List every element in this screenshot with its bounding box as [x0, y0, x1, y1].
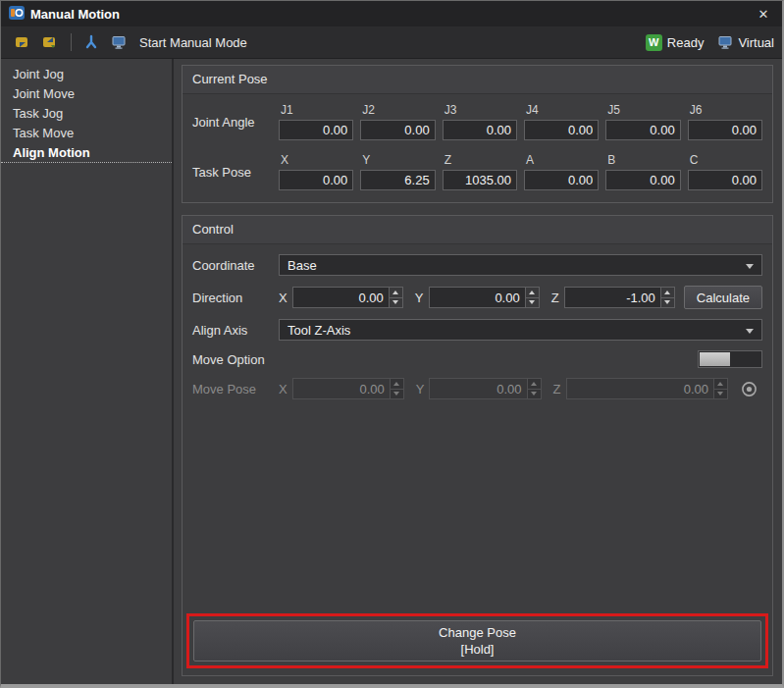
spin-down-icon[interactable] [526, 298, 539, 308]
spin-up-icon [391, 379, 403, 390]
sidebar-item-joint-move[interactable]: Joint Move [1, 84, 172, 104]
task-x-input[interactable] [279, 170, 353, 190]
change-pose-line1: Change Pose [439, 624, 516, 641]
task-pose-field-y: Y [360, 153, 435, 190]
joint-angle-row: Joint Angle J1 J2 J3 [183, 94, 772, 144]
spin-up-icon[interactable] [661, 288, 674, 298]
c-header: C [690, 153, 762, 167]
direction-z-label: Z [551, 291, 559, 305]
sidebar-item-task-jog[interactable]: Task Jog [1, 104, 172, 124]
task-pose-fields: X Y Z A [279, 153, 762, 190]
change-pose-button[interactable]: Change Pose [Hold] [193, 620, 761, 662]
joint-angle-label: Joint Angle [192, 103, 279, 140]
spin-up-icon[interactable] [526, 288, 539, 298]
move-pose-y-spinner [429, 378, 541, 399]
j1-header: J1 [281, 103, 353, 117]
direction-y-input[interactable] [429, 287, 540, 308]
j5-header: J5 [607, 103, 680, 117]
j6-input[interactable] [688, 120, 762, 140]
app-icon [9, 5, 25, 24]
red-annotation-box: Change Pose [Hold] [186, 613, 768, 668]
y-header: Y [362, 153, 435, 167]
j5-input[interactable] [605, 120, 680, 140]
direction-z-spin-buttons [660, 288, 674, 307]
joint-angle-field-j1: J1 [279, 103, 353, 140]
move-pose-x-spin-buttons [390, 379, 403, 398]
coordinate-select[interactable]: Base [279, 254, 762, 276]
spin-down-icon [714, 390, 727, 399]
task-z-input[interactable] [443, 170, 517, 190]
move-option-toggle[interactable] [698, 350, 762, 368]
x-header: X [281, 153, 353, 167]
sidebar-item-joint-jog[interactable]: Joint Jog [1, 65, 172, 84]
robot-tool-icon[interactable] [78, 30, 104, 54]
ready-status-badge: W Ready [646, 34, 705, 51]
j3-input[interactable] [443, 120, 517, 140]
manual-motion-window: Manual Motion ✕ [0, 0, 784, 688]
task-pose-field-c: C [688, 153, 762, 190]
direction-z-spinner [564, 287, 675, 308]
task-pose-field-x: X [279, 153, 353, 190]
task-pose-label: Task Pose [192, 153, 279, 190]
control-spacer [183, 404, 772, 613]
coordinate-label: Coordinate [192, 258, 279, 273]
spin-up-icon[interactable] [390, 288, 402, 298]
sidebar-item-task-move[interactable]: Task Move [1, 124, 172, 143]
virtual-status-badge: Virtual [717, 34, 774, 50]
b-header: B [607, 153, 680, 167]
coordinate-selected-value: Base [287, 258, 317, 273]
j4-header: J4 [526, 103, 599, 117]
move-pose-z-spinner [566, 378, 728, 399]
task-b-input[interactable] [605, 170, 680, 190]
z-header: Z [444, 153, 517, 167]
toolbar-separator [71, 33, 72, 51]
capture-pose-button[interactable] [737, 378, 762, 399]
window-title: Manual Motion [30, 7, 120, 22]
coordinate-row: Coordinate Base [183, 244, 772, 281]
j3-header: J3 [444, 103, 517, 117]
ready-status-label: Ready [667, 35, 705, 50]
virtual-status-label: Virtual [738, 35, 774, 50]
move-option-row: Move Option [183, 345, 772, 373]
spin-up-icon [714, 379, 727, 390]
j4-input[interactable] [524, 120, 599, 140]
direction-x-label: X [279, 291, 287, 305]
close-button[interactable]: ✕ [753, 4, 774, 24]
j2-input[interactable] [360, 120, 435, 140]
direction-z-input[interactable] [564, 287, 675, 308]
move-pose-z-spin-buttons [713, 379, 727, 398]
spin-down-icon[interactable] [661, 298, 674, 308]
move-option-label: Move Option [192, 352, 279, 367]
sidebar-item-align-motion[interactable]: Align Motion [1, 143, 172, 163]
direction-y-spin-buttons [525, 288, 539, 307]
export-pose-icon[interactable] [36, 30, 62, 54]
import-pose-icon[interactable] [9, 30, 34, 54]
move-pose-x-spinner [292, 378, 404, 399]
toggle-knob [700, 352, 730, 366]
direction-x-input[interactable] [292, 287, 403, 308]
direction-label: Direction [192, 291, 279, 305]
joint-angle-field-j2: J2 [360, 103, 435, 140]
task-pose-field-b: B [605, 153, 680, 190]
align-axis-select[interactable]: Tool Z-Axis [279, 319, 762, 341]
task-pose-field-z: Z [443, 153, 517, 190]
j2-header: J2 [362, 103, 435, 117]
task-a-input[interactable] [524, 170, 599, 190]
monitor-icon[interactable] [106, 30, 131, 54]
direction-x-spinner [292, 287, 403, 308]
spin-down-icon[interactable] [390, 298, 402, 308]
move-pose-y-label: Y [416, 382, 425, 397]
chevron-down-icon [746, 264, 754, 269]
task-pose-row: Task Pose X Y Z [183, 144, 772, 202]
virtual-monitor-icon [717, 34, 733, 50]
toolbar: Start Manual Mode W Ready Virtual [1, 26, 782, 59]
current-pose-group: Current Pose Joint Angle J1 J2 J [182, 65, 773, 203]
j6-header: J6 [690, 103, 762, 117]
direction-row: Direction X Y [183, 281, 772, 314]
joint-angle-fields: J1 J2 J3 J4 [279, 103, 762, 140]
task-c-input[interactable] [688, 170, 762, 190]
j1-input[interactable] [279, 120, 353, 140]
task-y-input[interactable] [360, 170, 435, 190]
move-pose-x-input [292, 378, 404, 399]
calculate-button[interactable]: Calculate [684, 286, 762, 309]
